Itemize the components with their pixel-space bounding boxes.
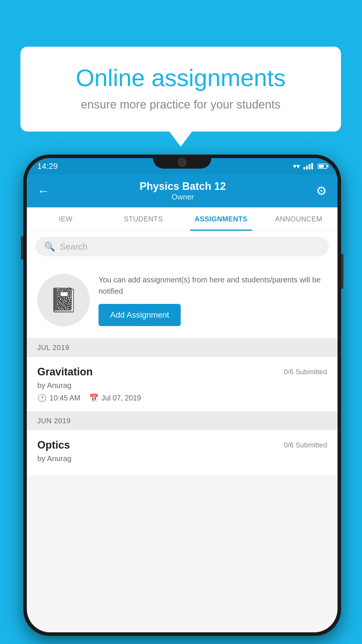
assignment-name: Gravitation — [37, 366, 93, 378]
phone-screen: 14:29 ▾▾ — [27, 158, 338, 632]
batch-title: Physics Batch 12 — [50, 180, 316, 192]
tab-assignments[interactable]: ASSIGNMENTS — [182, 207, 260, 231]
date-value: Jul 07, 2019 — [101, 394, 141, 402]
phone-container: 14:29 ▾▾ — [23, 155, 341, 636]
assignment-by-optics: by Anurag — [37, 454, 327, 463]
notebook-icon: 📓 — [49, 286, 78, 314]
speech-bubble: Online assignments ensure more practice … — [20, 47, 341, 132]
bubble-subtitle: ensure more practice for your students — [44, 98, 318, 111]
assignment-row1-optics: Optics 0/6 Submitted — [37, 439, 327, 451]
month-header-jun: JUN 2019 — [27, 412, 338, 430]
assignment-by: by Anurag — [37, 381, 327, 390]
speech-bubble-container: Online assignments ensure more practice … — [20, 47, 341, 132]
promo-description: You can add assignment(s) from here and … — [99, 274, 327, 297]
assignment-row1: Gravitation 0/6 Submitted — [37, 366, 327, 378]
back-button[interactable]: ← — [37, 184, 50, 198]
search-icon: 🔍 — [44, 242, 55, 252]
settings-icon[interactable]: ⚙ — [316, 184, 327, 198]
tab-iew[interactable]: IEW — [27, 207, 105, 231]
promo-section: 📓 You can add assignment(s) from here an… — [27, 262, 338, 338]
calendar-icon: 📅 — [89, 393, 99, 402]
assignment-name-optics: Optics — [37, 439, 70, 451]
assignment-icon-circle: 📓 — [37, 274, 90, 326]
tab-students[interactable]: STUDENTS — [105, 207, 182, 231]
assignment-time: 🕐 10:45 AM — [37, 393, 80, 402]
search-input[interactable]: Search — [60, 242, 87, 252]
search-input-wrapper[interactable]: 🔍 Search — [36, 237, 329, 256]
month-header-jul: JUL 2019 — [27, 338, 338, 357]
bubble-title: Online assignments — [44, 64, 318, 92]
phone-outer: 14:29 ▾▾ — [23, 155, 341, 636]
add-assignment-button[interactable]: Add Assignment — [99, 304, 181, 326]
tab-announcements[interactable]: ANNOUNCEM — [260, 207, 338, 231]
assignment-date: 📅 Jul 07, 2019 — [89, 393, 141, 402]
time-value: 10:45 AM — [50, 394, 80, 402]
header-title-block: Physics Batch 12 Owner — [50, 180, 316, 202]
promo-text-block: You can add assignment(s) from here and … — [99, 274, 327, 326]
search-container: 🔍 Search — [27, 231, 338, 262]
phone-button-left — [21, 236, 23, 260]
phone-notch — [153, 155, 211, 169]
wifi-icon: ▾▾ — [293, 162, 300, 170]
assignment-submitted: 0/6 Submitted — [284, 368, 327, 376]
phone-button-right — [341, 254, 343, 289]
assignment-submitted-optics: 0/6 Submitted — [284, 441, 327, 449]
month-label-jul: JUL 2019 — [37, 344, 69, 351]
signal-icon — [303, 163, 313, 169]
status-icons: ▾▾ — [293, 162, 327, 170]
month-label-jun: JUN 2019 — [37, 417, 71, 425]
assignment-item-gravitation[interactable]: Gravitation 0/6 Submitted by Anurag 🕐 10… — [27, 357, 338, 412]
assignment-item-optics[interactable]: Optics 0/6 Submitted by Anurag — [27, 430, 338, 476]
clock-icon: 🕐 — [37, 393, 47, 402]
batch-subtitle: Owner — [50, 192, 316, 202]
status-time: 14:29 — [37, 162, 58, 171]
battery-icon — [318, 164, 327, 169]
app-header: ← Physics Batch 12 Owner ⚙ — [27, 174, 338, 207]
tabs-bar: IEW STUDENTS ASSIGNMENTS ANNOUNCEM — [27, 207, 338, 231]
assignment-meta: 🕐 10:45 AM 📅 Jul 07, 2019 — [37, 393, 327, 402]
phone-camera — [178, 158, 187, 167]
